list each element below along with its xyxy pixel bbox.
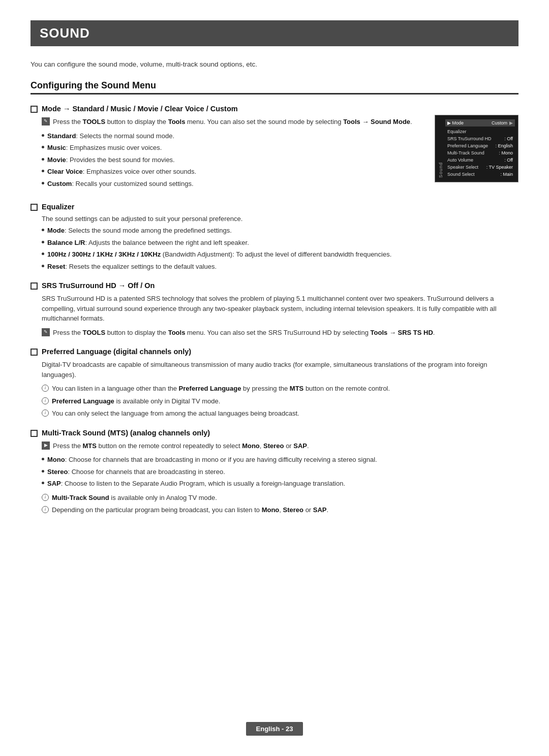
tv-row-value: : TV Speaker — [486, 165, 513, 170]
info-icon-3: i — [42, 410, 49, 417]
preferred-content: Digital-TV broadcasts are capable of sim… — [30, 360, 518, 419]
bullet-dot — [42, 146, 44, 148]
subsection-title-equalizer: Equalizer — [42, 203, 74, 211]
tools-icon-srs: ✎ — [44, 329, 48, 336]
tv-row-value: : Off — [504, 136, 513, 141]
tools-icon: ✎ — [44, 118, 48, 125]
tv-menu-row-multitrack: Multi-Track Sound : Mono — [445, 149, 515, 156]
section-title: Configuring the Sound Menu — [30, 80, 518, 91]
checkbox-icon-equalizer — [30, 204, 38, 211]
subsection-multitrack: Multi-Track Sound (MTS) (analog channels… — [30, 429, 518, 515]
bullet-dot — [42, 229, 44, 231]
bullet-dot — [42, 241, 44, 243]
checkbox-icon-preferred — [30, 349, 38, 356]
checkbox-icon-multitrack — [30, 430, 38, 437]
page-title-bar: SOUND — [30, 20, 518, 46]
bullet-eq-reset: Reset: Resets the equalizer settings to … — [42, 262, 518, 272]
bullet-mts-mono: Mono: Choose for channels that are broad… — [42, 455, 518, 465]
bullet-dot — [42, 458, 44, 460]
tv-row-label: Auto Volume — [447, 158, 473, 163]
srs-content: SRS TruSurround HD is a patented SRS tec… — [30, 294, 518, 337]
mode-content: ✎ Press the TOOLS button to display the … — [30, 117, 424, 188]
tools-note-text: Press the TOOLS button to display the To… — [53, 117, 412, 127]
subsection-srs: SRS TruSurround HD → Off / On SRS TruSur… — [30, 281, 518, 337]
info-note-mts-2: i Depending on the particular program be… — [42, 505, 518, 515]
tools-note-mode: ✎ Press the TOOLS button to display the … — [42, 117, 424, 127]
bullet-dot — [42, 170, 44, 172]
subsection-title-mode: Mode → Standard / Music / Movie / Clear … — [42, 105, 238, 113]
bullet-mts-stereo: Stereo: Choose for channels that are bro… — [42, 467, 518, 477]
tools-note-srs: ✎ Press the TOOLS button to display the … — [42, 328, 518, 338]
tv-menu-row-autovolume: Auto Volume : Off — [445, 156, 515, 164]
bullet-movie: Movie: Provides the best sound for movie… — [42, 155, 424, 165]
tools-note-mts-text: Press the MTS button on the remote contr… — [53, 441, 309, 451]
subsection-mode: Mode → Standard / Music / Movie / Clear … — [30, 105, 518, 193]
section-header: Configuring the Sound Menu — [30, 80, 518, 94]
tv-row-value: : Main — [500, 172, 513, 177]
tv-row-label: Multi-Track Sound — [447, 150, 484, 155]
tv-menu-row-speaker: Speaker Select : TV Speaker — [445, 164, 515, 171]
equalizer-bullet-list: Mode: Selects the sound mode among the p… — [42, 226, 518, 271]
subsection-title-multitrack: Multi-Track Sound (MTS) (analog channels… — [42, 429, 210, 437]
bullet-music: Music: Emphasizes music over voices. — [42, 143, 424, 153]
equalizer-content: The sound settings can be adjusted to su… — [30, 215, 518, 271]
tv-menu-image: Sound ▶ Mode Custom ▶ Equalizer SRS TruS… — [435, 115, 518, 182]
tv-row-label: Preferred Language — [447, 143, 488, 148]
mode-bullet-list: Standard: Selects the normal sound mode.… — [42, 131, 424, 189]
page-footer: English - 23 — [0, 722, 549, 736]
tv-menu-row-equalizer: Equalizer — [445, 128, 515, 135]
page-title: SOUND — [40, 25, 509, 41]
tv-menu-mode-row: ▶ Mode Custom ▶ — [445, 119, 515, 127]
srs-intro: SRS TruSurround HD is a patented SRS tec… — [42, 294, 518, 324]
bullet-custom: Custom: Recalls your customized sound se… — [42, 179, 424, 189]
tv-menu-row-soundselect: Sound Select : Main — [445, 171, 515, 178]
footer-badge: English - 23 — [246, 722, 303, 736]
info-icon-2: i — [42, 397, 49, 404]
tools-icon-box: ✎ — [42, 117, 50, 125]
subsection-preferred-language: Preferred Language (digital channels onl… — [30, 348, 518, 419]
bullet-clear-voice: Clear Voice: Emphasizes voice over other… — [42, 167, 424, 177]
bullet-standard: Standard: Selects the normal sound mode. — [42, 131, 424, 141]
tv-row-label: Equalizer — [447, 129, 467, 134]
bullet-eq-bandwidth: 100Hz / 300Hz / 1KHz / 3KHz / 10KHz (Ban… — [42, 249, 518, 260]
tv-mode-value: Custom ▶ — [492, 120, 513, 125]
tools-icon-box-srs: ✎ — [42, 328, 50, 336]
tools-note-mts: ▶ Press the MTS button on the remote con… — [42, 441, 518, 451]
bullet-dot — [42, 265, 44, 267]
info-note-preferred-3: i You can only select the language from … — [42, 408, 518, 419]
multitrack-bullet-list: Mono: Choose for channels that are broad… — [42, 455, 518, 489]
subsection-title-preferred: Preferred Language (digital channels onl… — [42, 348, 191, 356]
tv-row-value: : Mono — [499, 150, 513, 155]
tools-note-srs-text: Press the TOOLS button to display the To… — [53, 328, 435, 338]
bullet-eq-balance: Balance L/R: Adjusts the balance between… — [42, 238, 518, 248]
tv-row-value: : Off — [504, 158, 513, 163]
checkbox-icon-mode — [30, 106, 38, 113]
tv-row-value: : English — [495, 143, 513, 148]
mode-section-text: ✎ Press the TOOLS button to display the … — [30, 117, 424, 193]
tv-menu-row-preferred: Preferred Language : English — [445, 142, 515, 149]
bullet-dot — [42, 182, 44, 184]
info-icon-1: i — [42, 385, 49, 392]
info-note-preferred-2: i Preferred Language is available only i… — [42, 396, 518, 406]
tv-row-label: Speaker Select — [447, 165, 478, 170]
info-icon-mts-2: i — [42, 506, 49, 513]
tools-icon-box-mts: ▶ — [42, 442, 50, 450]
subsection-title-srs: SRS TruSurround HD → Off / On — [42, 281, 155, 290]
info-note-mts-1: i Multi-Track Sound is available only in… — [42, 493, 518, 503]
mode-section-row: ✎ Press the TOOLS button to display the … — [30, 117, 518, 193]
equalizer-intro: The sound settings can be adjusted to su… — [42, 215, 518, 223]
bullet-dot — [42, 134, 44, 137]
tv-arrow-right: ▶ — [509, 120, 513, 125]
intro-text: You can configure the sound mode, volume… — [30, 60, 518, 68]
info-note-preferred-1: i You can listen in a language other tha… — [42, 384, 518, 394]
tv-menu-content: ▶ Mode Custom ▶ Equalizer SRS TruSurroun… — [445, 119, 515, 178]
tv-row-label: SRS TruSurround HD — [447, 136, 492, 141]
bullet-dot — [42, 158, 44, 161]
multitrack-content: ▶ Press the MTS button on the remote con… — [30, 441, 518, 515]
tools-icon-mts: ▶ — [44, 442, 48, 449]
checkbox-icon-srs — [30, 282, 38, 290]
tv-menu-row-srs: SRS TruSurround HD : Off — [445, 135, 515, 142]
bullet-mts-sap: SAP: Choose to listen to the Separate Au… — [42, 479, 518, 489]
subsection-equalizer: Equalizer The sound settings can be adju… — [30, 203, 518, 271]
bullet-dot — [42, 470, 44, 472]
